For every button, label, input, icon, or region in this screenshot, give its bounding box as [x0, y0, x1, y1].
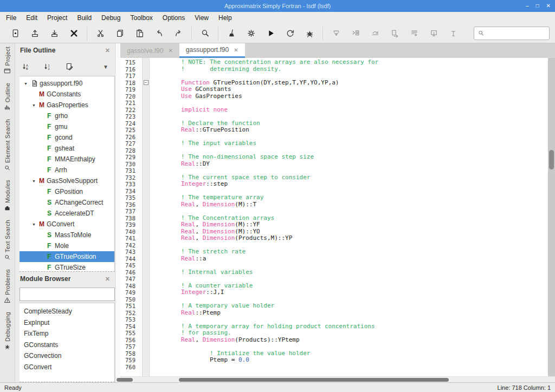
toolbar-search-box[interactable] [474, 27, 550, 40]
tab-project-icon [4, 68, 11, 75]
close-icon[interactable]: ✕ [105, 276, 110, 283]
code-editor[interactable]: 715 ! NOTE: The concentration arrays are… [120, 58, 548, 376]
editor-tab-gassolve-f90[interactable]: gassolve.f90✕ [120, 43, 179, 58]
search-input[interactable] [488, 30, 546, 37]
fold-collapse-icon[interactable]: − [144, 80, 149, 85]
save-file-button[interactable] [46, 26, 62, 41]
expander-icon[interactable]: ▼ [24, 82, 31, 86]
editor-tab-gassupport-f90[interactable]: gassupport.f90✕ [179, 43, 245, 58]
outline-node-gtrueposition[interactable]: FGTruePosition [20, 251, 114, 262]
module-item-gconvection[interactable]: GConvection [20, 350, 114, 362]
line-number: 728 [120, 147, 142, 154]
menu-options[interactable]: Options [158, 14, 190, 22]
build-clean-button[interactable] [223, 26, 240, 41]
outline-node-grho[interactable]: Fgrho [20, 110, 114, 121]
side-tab-debugging[interactable]: Debugging [4, 312, 11, 350]
menu-view[interactable]: View [190, 14, 214, 22]
sort-alphabetical-icon[interactable]: AB [22, 62, 30, 71]
outline-node-gtruesize[interactable]: FGTrueSize [20, 262, 114, 272]
line-number: 721 [120, 100, 142, 107]
open-file-button[interactable] [27, 26, 43, 41]
outline-node-gconvert[interactable]: ▼MGConvert [20, 219, 114, 230]
undo-button[interactable] [151, 26, 167, 41]
close-button[interactable]: ✕ [546, 3, 551, 9]
debug-button[interactable] [301, 26, 318, 41]
undo-icon [154, 29, 164, 38]
close-icon[interactable]: ✕ [105, 47, 110, 54]
copy-button[interactable] [112, 26, 128, 41]
outline-node-mole[interactable]: FMole [20, 240, 114, 251]
menu-debug[interactable]: Debug [96, 14, 125, 22]
tab-close-icon[interactable]: ✕ [234, 47, 238, 53]
menu-help[interactable]: Help [214, 14, 237, 22]
outline-node-mmaenthalpy[interactable]: FMMAEnthalpy [20, 154, 114, 165]
menu-edit[interactable]: Edit [21, 14, 42, 22]
expander-icon[interactable]: ▼ [32, 103, 39, 107]
minimize-button[interactable]: – [526, 3, 529, 9]
outline-node-arrh[interactable]: FArrh [20, 165, 114, 175]
horizontal-scrollbar-end[interactable] [117, 378, 133, 382]
menu-toolbox[interactable]: Toolbox [125, 14, 157, 22]
side-tab-problems[interactable]: Problems [4, 269, 11, 304]
outline-node-acceleratedt[interactable]: SAccelerateDT [20, 208, 114, 219]
menu-file[interactable]: File [1, 14, 21, 22]
fold-spacer [142, 174, 150, 181]
outline-node-gassolvesupport[interactable]: ▼MGasSolveSupport [20, 175, 114, 186]
window-title: Approximatrix Simply Fortran - lsdf (lsd… [0, 3, 555, 9]
module-item-completesteady[interactable]: CompleteSteady [20, 306, 114, 317]
paste-button[interactable] [131, 26, 147, 41]
new-file-button[interactable] [7, 26, 23, 41]
module-item-expinput[interactable]: ExpInput [20, 317, 114, 329]
redo-button[interactable] [170, 26, 186, 41]
vertical-scrollbar-thumb[interactable] [549, 150, 554, 169]
module-filter-input[interactable] [20, 288, 115, 301]
tab-debugging-icon [4, 343, 11, 350]
side-tab-text-search[interactable]: Text Search [4, 220, 11, 261]
chevron-down-icon[interactable]: ▼ [103, 64, 108, 70]
outline-node-gsheat[interactable]: Fgsheat [20, 143, 114, 154]
expander-icon[interactable]: ▼ [32, 179, 39, 183]
edit-item-icon[interactable] [65, 62, 74, 71]
sort-positional-icon[interactable]: 12 [43, 62, 52, 71]
outline-node-gasproperties[interactable]: ▼MGasProperties [20, 100, 114, 110]
line-number: 743 [120, 249, 142, 256]
outline-node-achangecorrect[interactable]: SAChangeCorrect [20, 197, 114, 208]
outline-node-masstomole[interactable]: SMassToMole [20, 230, 114, 240]
code-text: Integer::J,I [150, 289, 224, 296]
outline-node-gconstants[interactable]: MGConstants [20, 89, 114, 100]
maximize-button[interactable]: □ [536, 3, 539, 9]
side-tab-element-search[interactable]: Element Search [4, 119, 11, 172]
module-item-fixtemp[interactable]: FixTemp [20, 328, 114, 339]
outline-node-gmu[interactable]: Fgmu [20, 121, 114, 132]
side-tab-modules[interactable]: Modules [4, 180, 11, 212]
outline-node-gposition[interactable]: FGPosition [20, 186, 114, 197]
side-tab-project[interactable]: Project [4, 47, 11, 75]
tab-close-icon[interactable]: ✕ [168, 48, 172, 54]
rebuild-button[interactable] [282, 26, 298, 41]
menu-project[interactable]: Project [42, 14, 72, 22]
code-line: 722 implicit none [120, 107, 548, 114]
outline-node-gcond[interactable]: Fgcond [20, 132, 114, 143]
close-file-button[interactable] [66, 26, 82, 41]
outline-label: MMAEnthalpy [55, 155, 95, 163]
menu-build[interactable]: Build [72, 14, 96, 22]
outline-node-gassupport-f90[interactable]: ▼gassupport.f90 [20, 78, 114, 89]
side-tab-strip: ProjectOutlineElement SearchModulesText … [0, 43, 15, 382]
build-settings-button[interactable] [243, 26, 259, 41]
fold-spacer [142, 86, 150, 93]
cut-button[interactable] [92, 26, 108, 41]
line-number: 717 [120, 73, 142, 80]
find-button[interactable] [197, 26, 213, 41]
fold-spacer [142, 66, 150, 73]
side-tab-outline[interactable]: Outline [4, 83, 11, 111]
function-badge: F [47, 264, 55, 271]
module-item-gconstants[interactable]: GConstants [20, 339, 114, 351]
panel-splitter[interactable] [115, 43, 120, 382]
module-item-gconvert[interactable]: GConvert [20, 362, 114, 373]
fold-marker[interactable]: − [142, 80, 150, 87]
horizontal-scrollbar[interactable] [120, 376, 555, 382]
run-button[interactable] [262, 26, 279, 41]
expander-icon[interactable]: ▼ [32, 223, 39, 226]
vertical-scrollbar[interactable] [548, 58, 555, 376]
horizontal-scrollbar-thumb[interactable] [179, 378, 449, 382]
